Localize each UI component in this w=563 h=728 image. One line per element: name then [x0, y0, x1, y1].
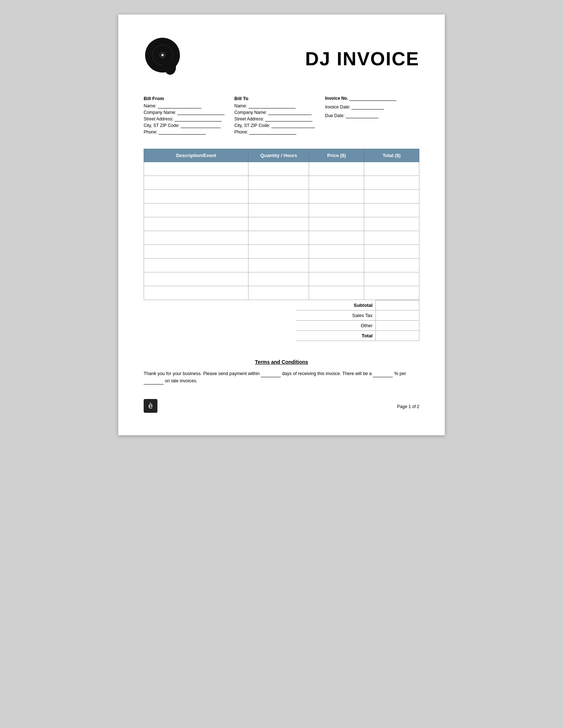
- col-total: Total ($): [364, 149, 419, 162]
- total-row: Total: [296, 330, 419, 341]
- other-row: Other: [296, 320, 419, 330]
- terms-title: Terms and Conditions: [144, 359, 419, 365]
- footer-logo-area: è: [144, 399, 157, 414]
- footer-page: Page 1 of 2: [397, 404, 419, 409]
- bill-from-column: Bill From Name: Company Name: Street Add…: [144, 96, 234, 136]
- table-row: [144, 286, 419, 300]
- bill-to-company: Company Name:: [234, 110, 325, 115]
- table-cell: [364, 203, 419, 217]
- table-cell: [248, 272, 309, 286]
- table-cell: [364, 245, 419, 259]
- other-value: [376, 320, 419, 330]
- bill-from-street: Street Address:: [144, 116, 234, 122]
- invoice-table: Description/Event Quantity / Hours Price…: [144, 149, 419, 300]
- bill-to-city: City, ST ZIP Code:: [234, 123, 325, 128]
- table-row: [144, 203, 419, 217]
- blank-days: [261, 372, 281, 377]
- table-cell: [144, 272, 248, 286]
- table-cell: [309, 203, 364, 217]
- table-row: [144, 176, 419, 190]
- table-header: Description/Event Quantity / Hours Price…: [144, 149, 419, 162]
- col-quantity: Quantity / Hours: [248, 149, 309, 162]
- table-cell: [144, 259, 248, 272]
- terms-section: Terms and Conditions Thank you for your …: [144, 359, 419, 384]
- due-date-line: Due Date:: [325, 113, 419, 118]
- totals-table: Subtotal Sales Tax Other Total: [296, 300, 419, 341]
- invoice-meta-column: Invoice No. Invoice Date: Due Date:: [325, 96, 419, 136]
- total-label: Total: [296, 330, 376, 341]
- table-cell: [248, 259, 309, 272]
- table-cell: [248, 203, 309, 217]
- table-cell: [309, 286, 364, 300]
- table-cell: [144, 217, 248, 231]
- table-cell: [364, 231, 419, 245]
- table-row: [144, 272, 419, 286]
- sales-tax-value: [376, 310, 419, 320]
- header-section: DJ INVOICE: [144, 36, 419, 81]
- table-cell: [144, 286, 248, 300]
- table-cell: [309, 272, 364, 286]
- subtotal-label: Subtotal: [296, 300, 376, 310]
- table-cell: [309, 245, 364, 259]
- table-cell: [364, 259, 419, 272]
- svg-point-3: [161, 54, 164, 56]
- invoice-date-line: Invoice Date:: [325, 104, 419, 110]
- blank-per: [144, 379, 164, 384]
- bill-from-city: City, ST ZIP Code:: [144, 123, 234, 128]
- table-cell: [364, 272, 419, 286]
- table-cell: [248, 286, 309, 300]
- table-body: [144, 162, 419, 300]
- svg-text:è: è: [148, 401, 153, 410]
- footer: è Page 1 of 2: [144, 399, 419, 414]
- bill-section: Bill From Name: Company Name: Street Add…: [144, 96, 419, 136]
- invoice-title: DJ INVOICE: [305, 48, 419, 69]
- invoice-meta: Invoice No. Invoice Date: Due Date:: [325, 96, 419, 118]
- bill-from-phone: Phone:: [144, 129, 234, 135]
- table-cell: [144, 245, 248, 259]
- table-row: [144, 217, 419, 231]
- sales-tax-row: Sales Tax: [296, 310, 419, 320]
- table-cell: [248, 162, 309, 176]
- bill-from-heading: Bill From: [144, 96, 234, 101]
- table-cell: [309, 217, 364, 231]
- invoice-no-line: Invoice No.: [325, 96, 419, 101]
- invoice-title-area: DJ INVOICE: [202, 48, 419, 70]
- table-cell: [309, 259, 364, 272]
- svg-rect-6: [168, 58, 170, 67]
- bill-to-phone: Phone:: [234, 129, 325, 135]
- bill-from-company: Company Name:: [144, 110, 234, 115]
- table-row: [144, 190, 419, 203]
- table-cell: [309, 190, 364, 203]
- bill-to-column: Bill To Name: Company Name: Street Addre…: [234, 96, 325, 136]
- table-cell: [309, 176, 364, 190]
- invoice-page: DJ INVOICE Bill From Name: Company Name:…: [118, 15, 445, 435]
- table-cell: [144, 176, 248, 190]
- col-description: Description/Event: [144, 149, 248, 162]
- table-cell: [364, 162, 419, 176]
- totals-section: Subtotal Sales Tax Other Total: [144, 300, 419, 341]
- total-value: [376, 330, 419, 341]
- svg-rect-7: [171, 59, 173, 67]
- table-row: [144, 162, 419, 176]
- table-cell: [144, 190, 248, 203]
- table-cell: [248, 176, 309, 190]
- logo-area: [144, 36, 202, 81]
- terms-text: Thank you for your business. Please send…: [144, 370, 419, 384]
- subtotal-value: [376, 300, 419, 310]
- bill-from-name: Name:: [144, 103, 234, 108]
- sales-tax-label: Sales Tax: [296, 310, 376, 320]
- footer-logo-icon: è: [144, 399, 157, 413]
- blank-percent: [373, 372, 393, 377]
- bill-to-name: Name:: [234, 103, 325, 108]
- table-cell: [144, 231, 248, 245]
- table-cell: [248, 231, 309, 245]
- table-cell: [364, 176, 419, 190]
- other-label: Other: [296, 320, 376, 330]
- dj-logo-icon: [144, 36, 187, 80]
- col-price: Price ($): [309, 149, 364, 162]
- table-cell: [364, 286, 419, 300]
- table-cell: [309, 162, 364, 176]
- subtotal-row: Subtotal: [296, 300, 419, 310]
- table-header-row: Description/Event Quantity / Hours Price…: [144, 149, 419, 162]
- bill-to-heading: Bill To: [234, 96, 325, 101]
